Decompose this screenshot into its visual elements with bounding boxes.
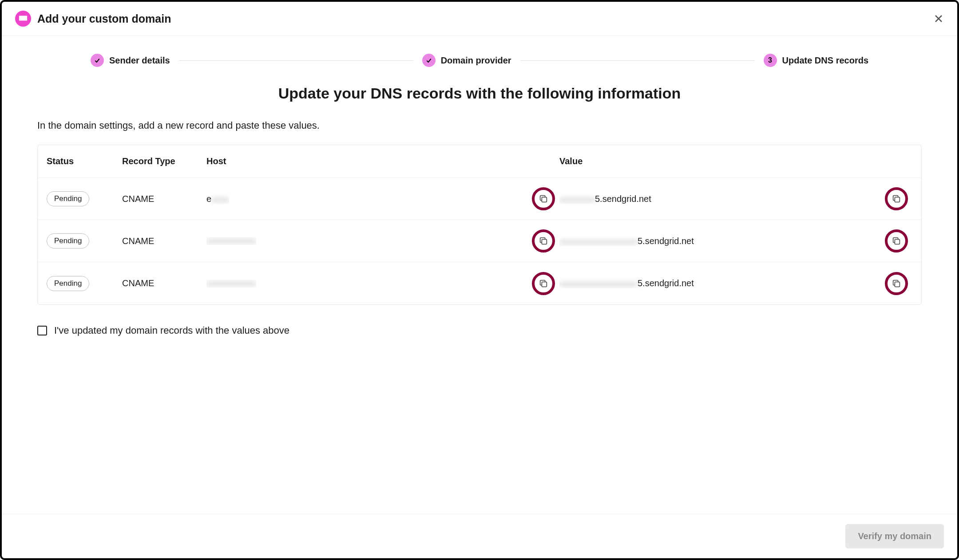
modal-title: Add your custom domain — [37, 12, 171, 25]
status-badge: Pending — [47, 233, 89, 248]
copy-icon — [539, 194, 548, 204]
host-text: xxxxxxxxxxxxxx — [206, 280, 256, 288]
close-button[interactable] — [933, 13, 944, 24]
copy-value-button[interactable] — [885, 272, 908, 295]
status-cell: Pending — [47, 191, 122, 206]
svg-rect-4 — [895, 197, 900, 202]
confirm-checkbox[interactable] — [37, 326, 47, 335]
value-text: xxxxxxxxxxxxxxxxxxxxxx5.sendgrid.net — [559, 236, 694, 246]
modal-header: Add your custom domain — [2, 2, 957, 36]
value-text: xxxxxxxxxxxxxxxxxxxxxx5.sendgrid.net — [559, 278, 694, 288]
step-done-icon — [422, 54, 436, 67]
copy-value-button[interactable] — [885, 229, 908, 252]
modal: Add your custom domain Sender details Do… — [0, 0, 959, 560]
modal-footer: Verify my domain — [2, 514, 957, 558]
copy-host-button[interactable] — [532, 187, 555, 210]
copy-icon — [892, 279, 901, 288]
stepper: Sender details Domain provider 3 Update … — [2, 36, 957, 76]
col-host: Host — [206, 156, 559, 166]
copy-icon — [892, 236, 901, 246]
close-icon — [933, 13, 944, 24]
table-row: PendingCNAMExxxxxxxxxxxxxxxxxxxxxxxxxxxx… — [38, 220, 921, 262]
table-header-row: Status Record Type Host Value — [38, 145, 921, 178]
copy-host-button[interactable] — [532, 229, 555, 252]
value-cell: xxxxxxxxxx5.sendgrid.net — [559, 187, 912, 210]
value-cell: xxxxxxxxxxxxxxxxxxxxxx5.sendgrid.net — [559, 229, 912, 252]
step-done-icon — [91, 54, 104, 67]
confirm-label: I've updated my domain records with the … — [54, 325, 289, 336]
copy-icon — [539, 236, 548, 246]
check-icon — [94, 57, 101, 64]
host-text: xxxxxxxxxxxxxx — [206, 237, 256, 245]
step-label: Sender details — [109, 55, 170, 66]
host-cell: xxxxxxxxxxxxxx — [206, 272, 559, 295]
step-sender-details: Sender details — [91, 54, 170, 67]
copy-icon — [539, 279, 548, 288]
status-cell: Pending — [47, 233, 122, 248]
step-divider — [179, 60, 413, 61]
record-type-cell: CNAME — [122, 194, 206, 204]
table-row: PendingCNAMEexxxxxxxxxxxxxxx5.sendgrid.n… — [38, 178, 921, 220]
host-cell: xxxxxxxxxxxxxx — [206, 229, 559, 252]
check-icon — [425, 57, 432, 64]
dns-table: Status Record Type Host Value PendingCNA… — [37, 145, 922, 305]
step-label: Update DNS records — [782, 55, 869, 66]
svg-rect-6 — [895, 239, 900, 244]
table-row: PendingCNAMExxxxxxxxxxxxxxxxxxxxxxxxxxxx… — [38, 262, 921, 304]
copy-host-button[interactable] — [532, 272, 555, 295]
col-value: Value — [559, 156, 912, 166]
step-update-dns: 3 Update DNS records — [764, 54, 869, 67]
host-text: exxxxx — [206, 194, 229, 204]
status-cell: Pending — [47, 276, 122, 291]
value-text: xxxxxxxxxx5.sendgrid.net — [559, 194, 651, 204]
content: Update your DNS records with the followi… — [2, 76, 957, 514]
page-subtext: In the domain settings, add a new record… — [37, 120, 922, 131]
header-left: Add your custom domain — [15, 11, 171, 27]
status-badge: Pending — [47, 191, 89, 206]
copy-icon — [892, 194, 901, 204]
value-cell: xxxxxxxxxxxxxxxxxxxxxx5.sendgrid.net — [559, 272, 912, 295]
svg-rect-8 — [895, 282, 900, 287]
step-domain-provider: Domain provider — [422, 54, 511, 67]
step-label: Domain provider — [441, 55, 511, 66]
svg-rect-5 — [542, 239, 547, 244]
col-status: Status — [47, 156, 122, 166]
step-number-badge: 3 — [764, 54, 777, 67]
verify-button[interactable]: Verify my domain — [845, 524, 944, 548]
confirm-row: I've updated my domain records with the … — [37, 325, 922, 336]
svg-rect-7 — [542, 282, 547, 287]
host-cell: exxxxx — [206, 187, 559, 210]
page-heading: Update your DNS records with the followi… — [37, 85, 922, 102]
record-type-cell: CNAME — [122, 236, 206, 246]
record-type-cell: CNAME — [122, 278, 206, 288]
step-divider — [520, 60, 755, 61]
copy-value-button[interactable] — [885, 187, 908, 210]
table-body: PendingCNAMEexxxxxxxxxxxxxxx5.sendgrid.n… — [38, 178, 921, 304]
logo-icon — [15, 11, 31, 27]
svg-rect-3 — [542, 197, 547, 202]
status-badge: Pending — [47, 276, 89, 291]
col-record-type: Record Type — [122, 156, 206, 166]
